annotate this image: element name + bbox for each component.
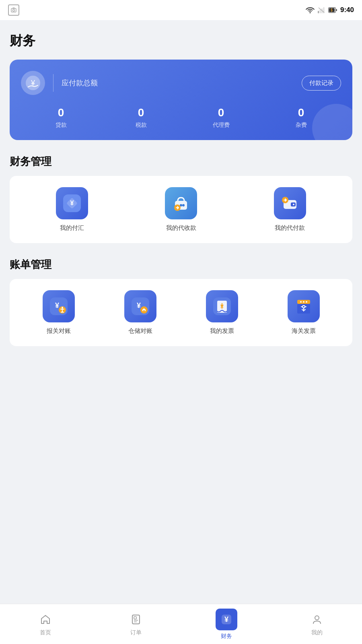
- page-title: 财务: [10, 32, 352, 50]
- nav-finance-label: 财务: [221, 633, 232, 640]
- nav-home-label: 首页: [40, 629, 51, 636]
- svg-point-1: [13, 9, 15, 11]
- my-collection-label: 我的代收款: [166, 224, 196, 232]
- nav-orders[interactable]: 订单: [90, 612, 181, 636]
- stat-agency-fee: 0 代理费: [181, 106, 261, 129]
- customs-invoice-label: 海关发票: [292, 327, 316, 335]
- customs-reconcile-label: 报关对账: [47, 327, 71, 335]
- svg-rect-29: [143, 310, 144, 311]
- nav-finance[interactable]: ¥ 财务: [181, 609, 272, 640]
- svg-rect-2: [318, 11, 319, 13]
- svg-text:¥: ¥: [70, 200, 74, 206]
- bill-management-grid: ¥ 报关对账: [18, 290, 344, 335]
- finance-management-grid: ¥ 我的付汇: [18, 187, 344, 232]
- svg-rect-41: [134, 617, 136, 619]
- my-remittance-item[interactable]: ¥ 我的付汇: [18, 187, 127, 232]
- wifi-icon: [306, 7, 315, 13]
- warehouse-reconcile-icon: ¥: [124, 290, 156, 322]
- summary-card: ¥ 应付款总额 付款记录 0 贷款 0 税款 0 代理费: [10, 60, 352, 140]
- mine-icon: [310, 612, 324, 627]
- svg-point-37: [300, 301, 302, 303]
- stat-misc: 0 杂费: [261, 106, 341, 129]
- warehouse-reconcile-label: 仓储对账: [128, 327, 152, 335]
- svg-point-46: [315, 616, 319, 620]
- warehouse-reconcile-item[interactable]: ¥ 仓储对账: [99, 290, 181, 335]
- my-collection-icon: [165, 187, 197, 219]
- my-payment-item[interactable]: 我的代付款: [235, 187, 344, 232]
- stat-loan: 0 贷款: [21, 106, 101, 129]
- nav-home[interactable]: 首页: [0, 612, 90, 636]
- svg-rect-3: [319, 10, 321, 13]
- summary-label: 应付款总额: [62, 78, 98, 88]
- status-bar-right: 9:40: [306, 6, 354, 14]
- summary-stats: 0 贷款 0 税款 0 代理费 0 杂费: [21, 106, 341, 129]
- payment-record-button[interactable]: 付款记录: [302, 76, 341, 91]
- svg-point-15: [182, 204, 185, 206]
- my-payment-label: 我的代付款: [275, 224, 305, 232]
- home-icon: [38, 612, 53, 627]
- my-invoice-label: 我的发票: [210, 327, 234, 335]
- svg-text:¥: ¥: [224, 615, 228, 623]
- customs-reconcile-item[interactable]: ¥ 报关对账: [18, 290, 99, 335]
- stat-tax: 0 税款: [101, 106, 181, 129]
- my-remittance-label: 我的付汇: [60, 224, 84, 232]
- customs-reconcile-icon: ¥: [43, 290, 75, 322]
- main-content: 财务 ¥ 应付款总额 付款记录 0 贷款: [0, 20, 362, 409]
- battery-icon: [328, 7, 337, 13]
- finance-management-card: ¥ 我的付汇: [10, 176, 352, 243]
- bill-management-title: 账单管理: [10, 258, 352, 272]
- svg-point-25: [62, 307, 63, 308]
- card-divider: [53, 74, 53, 92]
- my-invoice-item[interactable]: ¥ 我的发票: [181, 290, 263, 335]
- customs-invoice-item[interactable]: 海关发票: [263, 290, 344, 335]
- svg-text:¥: ¥: [55, 301, 59, 310]
- my-invoice-icon: ¥: [206, 290, 238, 322]
- finance-management-title: 财务管理: [10, 155, 352, 169]
- my-collection-item[interactable]: 我的代收款: [127, 187, 236, 232]
- svg-text:¥: ¥: [136, 301, 140, 310]
- svg-point-20: [293, 204, 294, 205]
- orders-icon: [129, 612, 143, 627]
- signal-icon: [318, 7, 325, 13]
- bill-management-card: ¥ 报关对账: [10, 279, 352, 346]
- photo-icon: [8, 4, 19, 16]
- my-remittance-icon: ¥: [56, 187, 88, 219]
- customs-invoice-icon: [288, 290, 320, 322]
- nav-orders-label: 订单: [130, 629, 142, 636]
- status-time: 9:40: [340, 6, 354, 14]
- svg-point-39: [306, 301, 307, 303]
- finance-icon-active-bg: ¥: [216, 609, 237, 630]
- yen-hand-icon: ¥: [21, 71, 45, 95]
- status-bar: 9:40: [0, 0, 362, 20]
- my-payment-icon: [274, 187, 306, 219]
- bottom-nav: 首页 订单 ¥ 财务 我的: [0, 604, 362, 644]
- svg-point-38: [303, 301, 304, 303]
- nav-mine[interactable]: 我的: [272, 612, 362, 636]
- nav-mine-label: 我的: [311, 629, 323, 636]
- svg-rect-33: [222, 303, 222, 305]
